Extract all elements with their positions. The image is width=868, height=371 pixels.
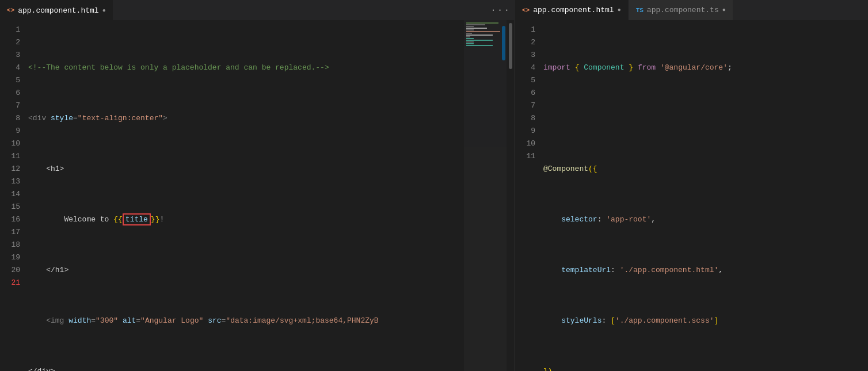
minimap-line <box>466 33 472 34</box>
left-editor-panel[interactable]: 1 2 3 4 5 6 7 8 9 10 11 12 13 14 15 16 1 <box>0 20 515 371</box>
minimap-line <box>466 41 474 43</box>
left-line-numbers: 1 2 3 4 5 6 7 8 9 10 11 12 13 14 15 16 1 <box>0 20 26 371</box>
left-code-content[interactable]: <!--The content below is only a placehol… <box>26 20 463 371</box>
main-layout: 1 2 3 4 5 6 7 8 9 10 11 12 13 14 15 16 1 <box>0 20 868 371</box>
minimap-line <box>466 45 493 46</box>
r-line-num-7: 7 <box>515 100 535 112</box>
line-num-2: 2 <box>0 36 20 49</box>
r-line-num-10: 10 <box>515 137 535 150</box>
left-tab-html[interactable]: <> app.component.html ● <box>0 0 113 20</box>
line-num-8: 8 <box>0 112 20 125</box>
minimap-line <box>466 28 487 29</box>
r-line-num-8: 8 <box>515 112 535 125</box>
r-line-num-3: 3 <box>515 49 535 62</box>
code-line-1: <!--The content below is only a placehol… <box>28 62 463 74</box>
scrollbar-thumb[interactable] <box>502 26 505 60</box>
line-num-5: 5 <box>0 74 20 87</box>
r-line-num-4: 4 <box>515 62 535 74</box>
line-num-14: 14 <box>0 188 20 201</box>
line-num-19: 19 <box>0 251 20 264</box>
r-code-line-2 <box>543 112 868 125</box>
line-num-12: 12 <box>0 163 20 175</box>
code-line-7: </div> <box>28 365 463 371</box>
minimap-line <box>466 26 474 27</box>
right-tab-ts-label: app.component.ts <box>647 6 719 14</box>
r-code-line-7: }) <box>543 365 868 371</box>
line-num-16: 16 <box>0 213 20 226</box>
r-code-line-4: selector: 'app-root', <box>543 213 868 226</box>
vertical-scrollbar[interactable] <box>507 20 515 371</box>
r-code-line-6: styleUrls: ['./app.component.scss'] <box>543 315 868 327</box>
line-num-7: 7 <box>0 100 20 112</box>
app-window: <> app.component.html ● ··· <> app.compo… <box>0 0 868 371</box>
right-line-numbers: 1 2 3 4 5 6 7 8 9 10 11 <box>515 20 541 371</box>
line-num-18: 18 <box>0 239 20 251</box>
r-line-num-1: 1 <box>515 24 535 36</box>
code-line-2: <div style="text-align:center"> <box>28 112 463 125</box>
right-tab-html-label: app.component.html <box>533 6 614 14</box>
minimap-content <box>464 20 507 48</box>
r-line-num-11: 11 <box>515 150 535 163</box>
minimap-line <box>466 24 485 25</box>
right-tab-ts[interactable]: TS app.component.ts ● <box>629 0 733 20</box>
left-tab-html-label: app.component.html <box>18 6 98 15</box>
right-tab-html[interactable]: <> app.component.html ● <box>515 0 628 20</box>
r-line-num-6: 6 <box>515 87 535 100</box>
html-file-icon: <> <box>7 7 14 14</box>
minimap-line <box>466 36 470 37</box>
minimap-line <box>466 31 500 32</box>
code-line-6: <img width="300" alt="Angular Logo" src=… <box>28 315 463 327</box>
code-line-4: Welcome to {{title}}! <box>28 213 463 226</box>
line-num-13: 13 <box>0 175 20 188</box>
more-button[interactable]: ··· <box>486 5 515 16</box>
line-num-20: 20 <box>0 264 20 277</box>
right-tab2-dot: ● <box>722 7 726 13</box>
line-num-15: 15 <box>0 201 20 213</box>
ts-icon: TS <box>636 7 644 14</box>
right-tab1-dot: ● <box>618 7 621 13</box>
line-num-9: 9 <box>0 125 20 137</box>
line-num-10: 10 <box>0 137 20 150</box>
minimap-line <box>466 22 498 24</box>
r-line-num-9: 9 <box>515 125 535 137</box>
scrollbar-handle[interactable] <box>509 23 512 69</box>
code-line-5: </h1> <box>28 264 463 277</box>
minimap-line <box>466 35 493 36</box>
r-code-line-5: templateUrl: './app.component.html', <box>543 264 868 277</box>
right-html-icon: <> <box>522 7 530 14</box>
line-num-21: 21 <box>0 277 20 289</box>
left-tab-dot: ● <box>102 7 106 14</box>
left-scrollbar-area <box>463 20 515 371</box>
header-bar: <> app.component.html ● ··· <> app.compo… <box>0 0 868 20</box>
line-num-3: 3 <box>0 49 20 62</box>
right-editor-panel[interactable]: 1 2 3 4 5 6 7 8 9 10 11 import { Compone… <box>515 20 868 371</box>
title-highlight: title <box>123 213 151 225</box>
r-code-line-1: import { Component } from '@angular/core… <box>543 62 868 74</box>
r-line-num-2: 2 <box>515 36 535 49</box>
left-panel-header: <> app.component.html ● ··· <box>0 0 515 20</box>
right-code-content[interactable]: import { Component } from '@angular/core… <box>541 20 868 371</box>
line-num-6: 6 <box>0 87 20 100</box>
line-num-4: 4 <box>0 62 20 74</box>
line-num-1: 1 <box>0 24 20 36</box>
minimap-line <box>466 38 474 39</box>
line-num-17: 17 <box>0 226 20 239</box>
minimap-line <box>466 43 474 44</box>
r-code-line-3: @Component({ <box>543 163 868 175</box>
left-code-area: 1 2 3 4 5 6 7 8 9 10 11 12 13 14 15 16 1 <box>0 20 515 371</box>
line-num-11: 11 <box>0 150 20 163</box>
r-line-num-5: 5 <box>515 74 535 87</box>
right-code-area: 1 2 3 4 5 6 7 8 9 10 11 import { Compone… <box>515 20 868 371</box>
right-panel-header: <> app.component.html ● TS app.component… <box>515 0 868 20</box>
minimap-line <box>466 29 474 30</box>
minimap <box>464 20 507 371</box>
code-line-3: <h1> <box>28 163 463 175</box>
minimap-line <box>466 40 493 41</box>
